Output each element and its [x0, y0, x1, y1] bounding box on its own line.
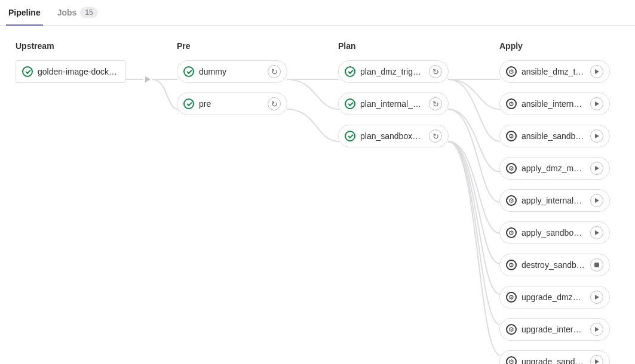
job-pill[interactable]: destroy_sandb…: [499, 254, 610, 276]
job-label: destroy_sandb…: [522, 260, 585, 270]
job-label: plan_internal_…: [360, 99, 424, 109]
stage-upstream: Upstream golden-image-dock…: [16, 41, 126, 364]
retry-button[interactable]: [429, 65, 442, 78]
retry-button[interactable]: [268, 97, 281, 110]
job-label: apply_internal…: [522, 196, 585, 205]
retry-icon: [432, 100, 439, 109]
retry-button[interactable]: [429, 129, 442, 143]
stage-header-plan: Plan: [338, 41, 449, 51]
play-icon: [594, 230, 599, 235]
stop-icon: [594, 263, 599, 267]
upstream-job-list: golden-image-dock…: [16, 60, 126, 83]
status-success-icon: [22, 66, 33, 77]
job-label: pre: [199, 99, 263, 109]
play-button[interactable]: [590, 194, 603, 207]
status-manual-icon: [506, 131, 517, 141]
stop-button[interactable]: [590, 258, 603, 272]
job-pill[interactable]: upgrade_inter…: [499, 318, 610, 341]
job-pill[interactable]: ansible_sandb…: [499, 125, 610, 147]
upstream-job[interactable]: golden-image-dock…: [16, 60, 126, 83]
status-manual-icon: [506, 66, 517, 77]
tab-pipeline-label: Pipeline: [8, 8, 41, 17]
job-pill[interactable]: apply_dmz_ma…: [499, 157, 610, 180]
stage-pre: Pre dummypre: [177, 41, 287, 364]
status-success-icon: [345, 131, 355, 141]
play-button[interactable]: [590, 226, 603, 239]
play-icon: [594, 101, 599, 106]
status-manual-icon: [506, 98, 517, 109]
apply-job-list: ansible_dmz_t…ansible_intern…ansible_san…: [499, 60, 610, 364]
job-label: plan_sandbox_…: [360, 131, 424, 141]
play-icon: [594, 327, 599, 332]
status-manual-icon: [506, 195, 517, 206]
play-button[interactable]: [590, 129, 603, 143]
pipeline-graph: Upstream golden-image-dock… Pre dummypre…: [0, 26, 635, 364]
job-pill[interactable]: apply_internal…: [499, 189, 610, 212]
status-success-icon: [183, 98, 194, 109]
stage-header-apply: Apply: [499, 41, 610, 51]
status-manual-icon: [506, 324, 517, 335]
job-label: apply_dmz_ma…: [522, 164, 585, 173]
jobs-count-badge: 15: [80, 7, 97, 18]
job-label: ansible_sandb…: [522, 131, 585, 141]
play-button[interactable]: [590, 65, 603, 78]
retry-icon: [271, 67, 278, 76]
status-manual-icon: [506, 163, 517, 174]
play-icon: [594, 166, 599, 171]
pre-job-list: dummypre: [177, 60, 287, 115]
retry-button[interactable]: [268, 65, 281, 78]
status-success-icon: [183, 66, 194, 77]
tab-pipeline[interactable]: Pipeline: [6, 7, 43, 26]
play-icon: [594, 134, 599, 138]
job-pill[interactable]: ansible_dmz_t…: [499, 60, 610, 83]
job-pill[interactable]: ansible_intern…: [499, 92, 610, 115]
stage-header-upstream: Upstream: [16, 41, 126, 51]
play-button[interactable]: [590, 323, 603, 336]
job-pill[interactable]: upgrade_sandb…: [499, 350, 610, 364]
job-pill[interactable]: plan_internal_…: [338, 92, 449, 115]
stage-apply: Apply ansible_dmz_t…ansible_intern…ansib…: [499, 41, 610, 364]
status-success-icon: [345, 66, 355, 77]
job-pill[interactable]: pre: [177, 92, 287, 115]
play-button[interactable]: [590, 162, 603, 175]
tab-jobs[interactable]: Jobs 15: [55, 7, 100, 25]
status-manual-icon: [506, 227, 517, 238]
job-pill[interactable]: plan_sandbox_…: [338, 125, 449, 147]
job-pill[interactable]: plan_dmz_trig…: [338, 60, 449, 83]
play-button[interactable]: [590, 97, 603, 110]
job-label: dummy: [199, 67, 263, 76]
plan-job-list: plan_dmz_trig…plan_internal_…plan_sandbo…: [338, 60, 449, 147]
job-label: upgrade_sandb…: [522, 357, 585, 364]
play-icon: [594, 359, 599, 364]
stage-header-pre: Pre: [177, 41, 287, 51]
retry-icon: [432, 67, 439, 76]
job-label: ansible_dmz_t…: [522, 67, 585, 76]
job-label: plan_dmz_trig…: [360, 67, 424, 76]
retry-icon: [271, 100, 278, 109]
tabs-bar: Pipeline Jobs 15: [0, 0, 635, 26]
play-icon: [594, 295, 599, 300]
status-manual-icon: [506, 356, 517, 364]
play-icon: [594, 69, 599, 74]
tab-jobs-label: Jobs: [57, 8, 77, 17]
job-label: upgrade_dmz_…: [522, 292, 585, 302]
status-success-icon: [345, 98, 355, 109]
job-label: upgrade_inter…: [522, 325, 585, 334]
job-pill[interactable]: dummy: [177, 60, 287, 83]
job-label: ansible_intern…: [522, 99, 585, 109]
stage-plan: Plan plan_dmz_trig…plan_internal_…plan_s…: [338, 41, 449, 364]
status-manual-icon: [506, 260, 517, 270]
upstream-job-label: golden-image-dock…: [38, 67, 119, 76]
status-manual-icon: [506, 292, 517, 303]
job-pill[interactable]: upgrade_dmz_…: [499, 286, 610, 309]
retry-icon: [432, 132, 439, 141]
play-button[interactable]: [590, 291, 603, 304]
job-label: apply_sandbox…: [522, 228, 585, 237]
play-button[interactable]: [590, 355, 603, 364]
job-pill[interactable]: apply_sandbox…: [499, 221, 610, 244]
link-arrow-icon: [145, 76, 151, 82]
play-icon: [594, 198, 599, 203]
retry-button[interactable]: [429, 97, 442, 110]
